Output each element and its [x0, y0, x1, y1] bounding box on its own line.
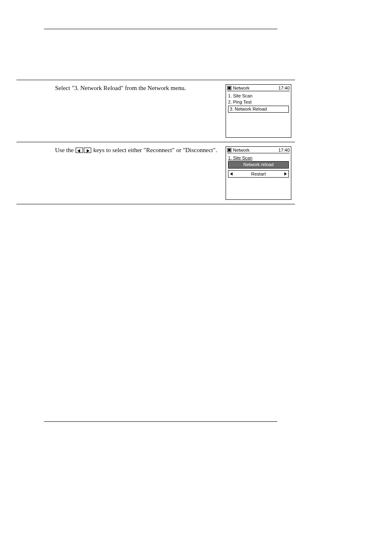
dialog-title: Network reload — [228, 161, 289, 168]
right-arrow-icon — [284, 172, 287, 176]
header-rule — [44, 29, 277, 29]
table-row: Use the keys to select either "Reconnect… — [16, 142, 295, 204]
step-description-post: keys to select either "Reconnect" or "Di… — [92, 147, 217, 153]
screen-title: Network — [233, 86, 277, 90]
right-key-icon — [84, 148, 91, 153]
table-row: Select "3. Network Reload" from the Netw… — [16, 80, 295, 142]
battery-icon — [227, 148, 231, 152]
step-description-pre: Use the — [55, 147, 75, 153]
left-arrow-icon — [230, 172, 233, 176]
device-screenshot: Network 17:40 1. Site Scan 2. Ping Test … — [226, 84, 291, 138]
step-description: Select "3. Network Reload" from the Netw… — [55, 85, 186, 91]
spinner-control: Restart — [228, 170, 289, 178]
spinner-value: Restart — [251, 171, 265, 178]
menu-item-selected: 3. Network Reload — [228, 106, 289, 113]
menu-item: 2. Ping Test — [227, 99, 290, 105]
menu-item: 1. Site Scan — [227, 93, 290, 99]
screen-title: Network — [233, 148, 277, 153]
device-screenshot: Network 17:40 1. Site Scan Network reloa… — [226, 146, 291, 200]
screen-time: 17:40 — [278, 148, 290, 153]
screen-time: 17:40 — [278, 86, 290, 90]
battery-icon — [227, 86, 231, 90]
menu-item: 1. Site Scan — [227, 155, 290, 161]
procedure-table: Select "3. Network Reload" from the Netw… — [16, 80, 295, 204]
footer-rule — [44, 421, 277, 422]
left-key-icon — [76, 148, 83, 153]
